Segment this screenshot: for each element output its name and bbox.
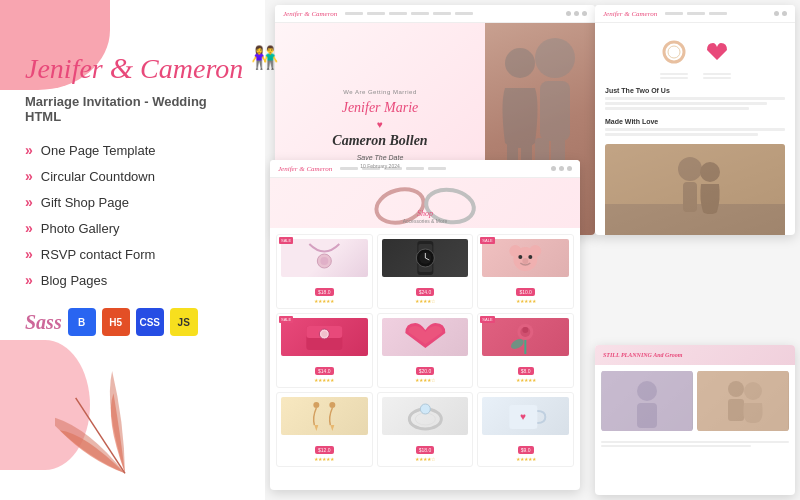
product-item: SALE $8.0 ★★★★★ (477, 313, 574, 388)
bottom-photo-grid (595, 365, 795, 437)
feature-text-line (703, 73, 731, 75)
sale-badge: SALE (279, 316, 293, 323)
product-image (281, 397, 368, 435)
feature-text-line (660, 77, 688, 79)
palm-leaf-decoration (55, 370, 145, 490)
feature-label: Circular Countdown (41, 169, 155, 184)
product-price: $12.0 (315, 446, 334, 454)
save-date-text: Save The Date (332, 154, 427, 161)
right-top-nav-links (665, 12, 727, 15)
product-price: $9.0 (518, 446, 534, 454)
chevron-icon: » (25, 272, 33, 288)
sale-badge: SALE (279, 237, 293, 244)
nav-icon-dot (582, 11, 587, 16)
product-stars: ★★★★★ (482, 377, 569, 383)
product-price: $8.0 (518, 367, 534, 375)
screenshot-nav-icons (566, 11, 587, 16)
section-1-text (605, 97, 785, 110)
svg-point-30 (523, 258, 529, 264)
text-line (605, 102, 767, 105)
chevron-icon: » (25, 220, 33, 236)
product-price: $18.0 (416, 446, 435, 454)
product-price: $14.0 (315, 367, 334, 375)
svg-point-50 (668, 46, 680, 58)
list-item: » Circular Countdown (25, 168, 245, 184)
svg-marker-43 (330, 425, 334, 431)
svg-point-28 (519, 255, 523, 259)
feature-text-line (703, 77, 731, 79)
nav-icon-dot (782, 11, 787, 16)
svg-point-45 (415, 413, 435, 425)
product-image (382, 239, 469, 277)
svg-point-34 (321, 331, 327, 337)
text-line (605, 133, 758, 136)
chevron-icon: » (25, 142, 33, 158)
bootstrap-badge: B (68, 308, 96, 336)
product-stars: ★★★★★ (281, 456, 368, 462)
product-image (281, 318, 368, 356)
feature-icons (605, 38, 785, 79)
feature-label: One Page Template (41, 143, 156, 158)
screenshot-navbar: Jenifer & Cameron (275, 5, 595, 23)
bottom-photo-1 (601, 371, 693, 431)
sass-badge: Sass (25, 311, 62, 334)
tech-badges: Sass B H5 CSS JS (25, 308, 245, 336)
shop-nav-icons (551, 166, 572, 171)
text-line (605, 107, 749, 110)
shop-subtitle: Accessories & More (403, 218, 447, 224)
screenshot-right-top: Jenifer & Cameron (595, 5, 795, 235)
css3-badge: CSS (136, 308, 164, 336)
chevron-icon: » (25, 168, 33, 184)
feature-label: RSVP contact Form (41, 247, 156, 262)
product-item: SALE $14.0 ★★★★★ (276, 313, 373, 388)
text-line (601, 445, 751, 447)
chevron-icon: » (25, 194, 33, 210)
rings-feature (660, 38, 688, 79)
nav-link-bar (367, 12, 385, 15)
bottom-strip-text: STILL PLANNING And Groom (603, 352, 682, 358)
feature-label: Blog Pages (41, 273, 108, 288)
product-item: $20.0 ★★★★☆ (377, 313, 474, 388)
product-item: $24.0 ★★★★☆ (377, 234, 474, 309)
list-item: » RSVP contact Form (25, 246, 245, 262)
feature-label: Gift Shop Page (41, 195, 129, 210)
product-stars: ★★★★★ (281, 298, 368, 304)
feature-list: » One Page Template » Circular Countdown… (25, 142, 245, 288)
svg-point-62 (744, 382, 762, 400)
svg-point-49 (664, 42, 684, 62)
text-line (601, 441, 789, 443)
bottom-text-area (595, 437, 795, 451)
nav-link-bar (411, 12, 429, 15)
svg-rect-54 (683, 182, 697, 212)
product-item: SALE $10.0 ★★★★★ (477, 234, 574, 309)
html5-badge: H5 (102, 308, 130, 336)
shop-banner: Shop Accessories & More (270, 178, 580, 228)
product-price: $24.0 (416, 288, 435, 296)
feature-text-line (660, 73, 688, 75)
couple-outdoor-photo (605, 144, 785, 235)
nav-link-bar (345, 12, 363, 15)
product-item: $18.0 ★★★★☆ (377, 392, 474, 467)
svg-point-57 (637, 381, 657, 401)
svg-text:♥: ♥ (521, 411, 527, 422)
product-image (482, 239, 569, 277)
product-stars: ★★★★☆ (382, 298, 469, 304)
bride-name: Jenifer Marie (332, 99, 427, 117)
svg-point-12 (505, 48, 535, 78)
nav-link-bar (665, 12, 683, 15)
heart-icon (703, 38, 731, 66)
shop-title: Shop (403, 209, 447, 218)
right-panel: Jenifer & Cameron (265, 0, 800, 500)
product-image (382, 318, 469, 356)
section-2-title: Made With Love (605, 118, 785, 125)
nav-icon-dot (566, 11, 571, 16)
nav-link-bar (455, 12, 473, 15)
product-price: $10.0 (516, 288, 535, 296)
product-stars: ★★★★★ (482, 456, 569, 462)
list-item: » Gift Shop Page (25, 194, 245, 210)
product-stars: ★★★★☆ (382, 377, 469, 383)
nav-icon-dot (574, 11, 579, 16)
product-item: $12.0 ★★★★★ (276, 392, 373, 467)
heart-feature (703, 38, 731, 79)
svg-point-40 (313, 402, 319, 408)
